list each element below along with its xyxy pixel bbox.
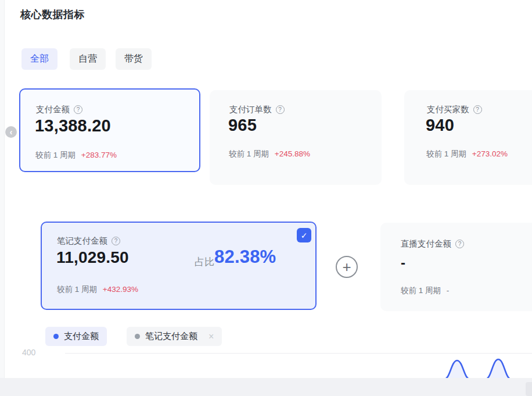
tab-self-operated-label: 自营	[78, 53, 97, 65]
metric-compare-row: 较前 1 周期 +283.77%	[35, 150, 117, 160]
compare-period-label: 较前 1 周期	[35, 151, 76, 159]
metric-value: 13,388.20	[35, 116, 111, 135]
legend-dot-icon	[53, 334, 59, 339]
share-label: 占比	[195, 255, 214, 269]
metric-label: 笔记支付金额	[57, 236, 107, 247]
compare-period-label: 较前 1 周期	[401, 286, 441, 295]
metric-compare-row: 较前 1 周期 +245.88%	[229, 149, 310, 159]
checkbox-checked[interactable]: ✓	[297, 228, 311, 242]
metric-compare-row: 较前 1 周期 -	[401, 286, 449, 296]
compare-period-label: 较前 1 周期	[229, 149, 269, 158]
tab-all-label: 全部	[30, 53, 49, 65]
legend-label: 笔记支付金额	[145, 331, 197, 342]
compare-change-value: +432.93%	[103, 285, 138, 294]
tab-affiliate[interactable]: 带货	[116, 48, 152, 70]
compare-change-value: +273.02%	[472, 149, 508, 158]
add-metric-button[interactable]: +	[336, 256, 358, 278]
metric-label: 支付买家数	[427, 104, 469, 115]
compare-change-value: +245.88%	[275, 149, 310, 158]
page-title: 核心数据指标	[20, 8, 85, 22]
legend-item-payment-amount[interactable]: 支付金额	[45, 327, 107, 346]
tab-self-operated[interactable]: 自营	[70, 48, 106, 70]
tab-affiliate-label: 带货	[124, 53, 143, 65]
metric-value: 940	[426, 116, 454, 135]
compare-change-value: +283.77%	[81, 151, 117, 159]
help-icon[interactable]: ?	[455, 240, 464, 248]
close-icon[interactable]: ×	[209, 331, 214, 342]
page-bottom-background	[0, 378, 532, 396]
metric-value: -	[401, 255, 405, 271]
floating-button-partial[interactable]	[526, 382, 532, 396]
plus-icon: +	[342, 259, 351, 274]
metric-label: 支付金额	[36, 104, 70, 115]
metric-card-paid-buyers[interactable]: 支付买家数 ? 940 较前 1 周期 +273.02%	[404, 90, 532, 185]
check-icon: ✓	[301, 231, 308, 240]
legend-dot-icon	[135, 334, 140, 339]
chart-line-peaks[interactable]	[427, 356, 532, 378]
metric-value: 11,029.50	[56, 248, 129, 267]
help-icon[interactable]: ?	[473, 105, 482, 114]
compare-period-label: 较前 1 周期	[57, 285, 97, 294]
help-icon[interactable]: ?	[74, 105, 82, 114]
metric-value: 965	[228, 116, 257, 135]
y-axis-tick-label: 400	[22, 348, 35, 357]
help-icon[interactable]: ?	[276, 105, 285, 114]
chart-gridline	[65, 353, 532, 354]
metric-label: 支付订单数	[229, 104, 272, 115]
metric-card-paid-orders[interactable]: 支付订单数 ? 965 较前 1 周期 +245.88%	[210, 90, 382, 185]
share-value: 82.38%	[214, 247, 276, 267]
page-left-edge	[0, 0, 5, 396]
legend-item-note-payment[interactable]: 笔记支付金额 ×	[127, 327, 222, 346]
metric-card-payment-amount[interactable]: 支付金额 ? 13,388.20 较前 1 周期 +283.77%	[19, 88, 200, 172]
legend-label: 支付金额	[64, 331, 99, 342]
metric-label: 直播支付金额	[401, 238, 451, 249]
carousel-prev-button[interactable]: ‹	[5, 126, 17, 138]
metric-compare-row: 较前 1 周期 +273.02%	[426, 149, 508, 159]
help-icon[interactable]: ?	[112, 237, 120, 245]
metric-compare-row: 较前 1 周期 +432.93%	[57, 284, 138, 295]
breakdown-card-live-payment[interactable]: 直播支付金额 ? - 较前 1 周期 -	[380, 223, 532, 311]
compare-period-label: 较前 1 周期	[426, 149, 466, 158]
compare-change-value: -	[447, 286, 450, 295]
chevron-left-icon: ‹	[10, 128, 13, 136]
tab-all[interactable]: 全部	[21, 48, 57, 70]
breakdown-card-note-payment[interactable]: ✓ 笔记支付金额 ? 11,029.50 占比 82.38% 较前 1 周期 +…	[41, 222, 317, 310]
